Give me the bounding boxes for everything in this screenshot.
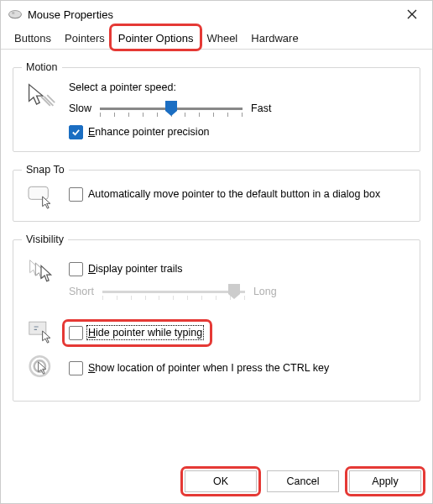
titlebar: Mouse Properties (1, 1, 432, 28)
enhance-precision-checkbox[interactable]: Enhance pointer precision (69, 125, 411, 139)
legend-motion: Motion (22, 61, 62, 73)
tab-bar: Buttons Pointers Pointer Options Wheel H… (1, 28, 432, 50)
snapto-checkbox[interactable]: Automatically move pointer to the defaul… (69, 187, 411, 202)
trails-slider: Short Long (69, 283, 411, 300)
group-snapto: Snap To Automatically move pointer to th… (13, 164, 420, 222)
trails-checkbox[interactable]: Display pointer trails (69, 262, 411, 276)
tab-buttons[interactable]: Buttons (8, 28, 58, 49)
hide-typing-checkbox[interactable]: Hide pointer while typing (69, 326, 202, 340)
tab-hardware[interactable]: Hardware (244, 28, 305, 49)
dialog-buttons: OK Cancel Apply (0, 470, 433, 504)
ok-button[interactable]: OK (185, 470, 257, 492)
ctrl-location-icon (22, 354, 60, 379)
tab-pointers[interactable]: Pointers (58, 28, 112, 49)
window-title: Mouse Properties (28, 8, 397, 21)
snapto-icon (22, 184, 60, 209)
ctrl-location-checkbox[interactable]: Show location of pointer when I press th… (69, 361, 329, 375)
checkbox-checked-icon (69, 125, 83, 139)
ctrl-location-label: Show location of pointer when I press th… (88, 361, 329, 374)
tab-pointer-options[interactable]: Pointer Options (112, 28, 201, 49)
motion-cursor-icon (22, 81, 60, 112)
hide-typing-label: Hide pointer while typing (88, 326, 202, 339)
mouse-icon (8, 8, 23, 20)
checkbox-icon (69, 361, 83, 375)
svg-point-1 (9, 11, 22, 18)
tab-content: Motion Select a pointer speed: Slow (1, 50, 432, 402)
checkbox-icon (69, 187, 83, 202)
checkbox-icon (69, 326, 83, 340)
enhance-precision-label: Enhance pointer precision (88, 125, 210, 138)
long-label: Long (253, 286, 277, 297)
close-button[interactable] (397, 3, 427, 26)
cancel-button[interactable]: Cancel (267, 470, 339, 492)
trails-icon (22, 259, 60, 284)
slow-label: Slow (69, 102, 91, 114)
legend-snapto: Snap To (22, 164, 69, 176)
group-motion: Motion Select a pointer speed: Slow (13, 61, 420, 152)
tab-wheel[interactable]: Wheel (200, 28, 244, 49)
group-visibility: Visibility Display pointer trails Short (13, 234, 420, 402)
svg-rect-2 (12, 12, 14, 14)
checkbox-icon (69, 262, 83, 276)
legend-visibility: Visibility (22, 234, 68, 245)
apply-button[interactable]: Apply (349, 470, 421, 492)
pointer-speed-label: Select a pointer speed: (69, 81, 411, 93)
trails-label: Display pointer trails (88, 262, 183, 275)
svg-rect-3 (29, 186, 48, 199)
fast-label: Fast (251, 102, 271, 114)
pointer-speed-slider[interactable]: Slow Fast (69, 100, 411, 117)
short-label: Short (69, 286, 94, 297)
snapto-label: Automatically move pointer to the defaul… (88, 187, 380, 200)
hide-typing-icon (22, 318, 60, 344)
